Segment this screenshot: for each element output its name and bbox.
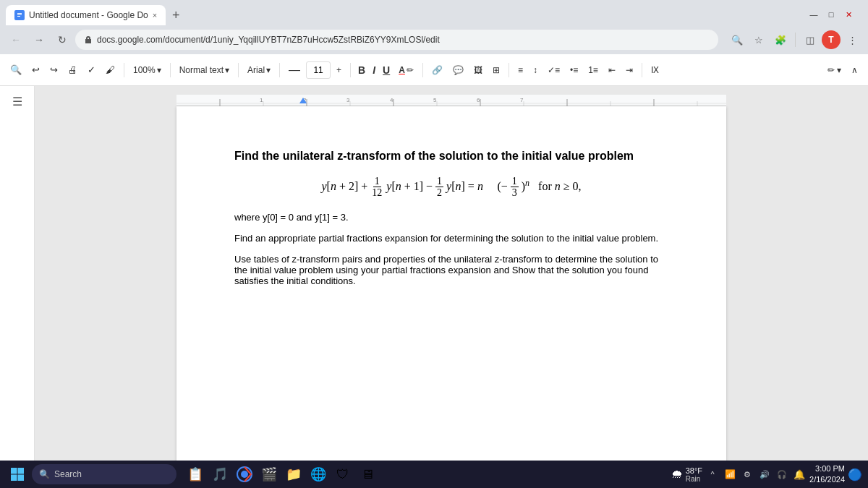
bookmark-btn[interactable]: ☆ [749, 30, 769, 50]
weather-widget[interactable]: 🌧 38°F Rain [671, 466, 702, 483]
sound-settings-icon[interactable]: ⚙ [740, 467, 754, 481]
text-color-label: A [399, 65, 405, 75]
line-spacing-btn[interactable]: ↕ [529, 60, 542, 80]
taskbar-browser-app[interactable]: 🌐 [308, 464, 328, 484]
insert-image-btn[interactable]: 🖼 [469, 60, 487, 80]
notification-icon[interactable]: 🔔 [792, 467, 807, 481]
sep4 [279, 63, 280, 77]
zoom-dropdown-icon: ▾ [157, 65, 161, 75]
refresh-button[interactable]: ↻ [52, 30, 72, 50]
bold-btn[interactable]: B [355, 60, 368, 80]
svg-rect-28 [18, 475, 25, 481]
minimize-button[interactable]: — [806, 7, 822, 22]
insert-table-btn[interactable]: ⊞ [488, 60, 504, 80]
clock-date: 2/16/2024 [809, 474, 845, 485]
svg-text:1: 1 [260, 97, 263, 103]
sep5 [350, 63, 351, 77]
browser-chrome: Untitled document - Google Do × + — □ ✕ … [0, 0, 868, 54]
svg-point-30 [241, 471, 248, 478]
outline-icon[interactable]: ☰ [12, 95, 22, 108]
tab-close-btn[interactable]: × [153, 11, 157, 20]
expand-toolbar-btn[interactable]: ∧ [847, 60, 862, 80]
font-size-minus-btn[interactable]: — [284, 60, 305, 80]
back-button[interactable]: ← [6, 30, 26, 50]
extension-btn[interactable]: 🧩 [770, 30, 791, 50]
font-size-plus-btn[interactable]: + [332, 60, 346, 80]
search-icon-btn[interactable]: 🔍 [727, 30, 747, 50]
taskbar-docs-app[interactable]: 📋 [185, 464, 205, 484]
close-button[interactable]: ✕ [841, 7, 856, 22]
sep3 [238, 63, 239, 77]
decrease-indent-btn[interactable]: ⇤ [604, 60, 620, 80]
clear-formatting-btn[interactable]: Ⅸ [647, 60, 663, 80]
text-color-btn[interactable]: A ✏ [394, 60, 418, 80]
edit-mode-btn[interactable]: ✏ ▾ [823, 60, 846, 80]
undo-btn[interactable]: ↩ [27, 60, 44, 80]
menu-btn[interactable]: ⋮ [842, 30, 862, 50]
document-page[interactable]: Find the unilateral z-transform of the s… [176, 106, 726, 461]
align-btn[interactable]: ≡ [514, 60, 527, 80]
active-tab[interactable]: Untitled document - Google Do × [6, 5, 166, 25]
text-style-selector[interactable]: Normal text ▾ [175, 60, 234, 80]
weather-info: 38°F Rain [686, 466, 702, 483]
expand-tray-icon[interactable]: ^ [705, 467, 720, 481]
docs-favicon [14, 10, 25, 20]
maximize-button[interactable]: □ [823, 7, 839, 22]
svg-rect-26 [18, 468, 25, 474]
network-icon[interactable]: 📶 [723, 467, 737, 481]
document-scroll-area[interactable]: 1 2 3 4 5 6 7 Find the unilateral z-tran… [35, 86, 868, 461]
ztransform-para[interactable]: Use tables of z-transform pairs and prop… [234, 254, 668, 286]
text-style-dropdown-icon: ▾ [225, 65, 229, 75]
taskbar-search[interactable]: 🔍 Search [32, 464, 176, 484]
bullet-list-btn[interactable]: •≡ [566, 60, 582, 80]
font-selector[interactable]: Arial ▾ [243, 60, 275, 80]
new-tab-button[interactable]: + [166, 5, 186, 25]
print-btn[interactable]: 🖨 [64, 60, 82, 80]
spellcheck-btn[interactable]: ✓ [83, 60, 100, 80]
svg-text:6: 6 [477, 97, 480, 103]
paintformat-btn[interactable]: 🖌 [101, 60, 119, 80]
zoom-value: 100% [133, 65, 156, 75]
notification-center-icon[interactable]: 🔵 [848, 467, 862, 481]
insert-link-btn[interactable]: 🔗 [427, 60, 447, 80]
start-button[interactable] [6, 463, 29, 486]
underline-btn[interactable]: U [380, 60, 393, 80]
increase-indent-btn[interactable]: ⇥ [621, 60, 637, 80]
clock-time: 3:00 PM [809, 463, 845, 474]
lock-icon [84, 35, 93, 44]
partial-fractions-para[interactable]: Find an appropriate partial fractions ex… [234, 233, 668, 244]
svg-rect-2 [17, 14, 22, 15]
insert-comment-btn[interactable]: 💬 [448, 60, 468, 80]
audio-output-icon[interactable]: 🎧 [775, 467, 789, 481]
taskbar-display-app[interactable]: 🖥 [357, 464, 378, 484]
taskbar: 🔍 Search 📋 🎵 🎬 📁 🌐 🛡 🖥 🌧 38°F Rain ^ 📶 [0, 461, 868, 488]
windows-logo-icon [10, 467, 25, 481]
font-size-input[interactable]: 11 [306, 61, 331, 79]
profile-button[interactable]: T [822, 30, 841, 49]
taskbar-security-app[interactable]: 🛡 [333, 464, 353, 484]
taskbar-files-app[interactable]: 📁 [284, 464, 304, 484]
window-controls: — □ ✕ [806, 7, 862, 25]
url-bar[interactable]: docs.google.com/document/d/1uniy_YqqillU… [75, 30, 718, 50]
zoom-selector[interactable]: 100% ▾ [129, 60, 166, 80]
time-display[interactable]: 3:00 PM 2/16/2024 [809, 463, 845, 486]
taskbar-media-app[interactable]: 🎵 [210, 464, 230, 484]
taskbar-left: 🔍 Search [6, 463, 176, 486]
taskbar-chrome-app[interactable] [234, 464, 255, 484]
side-panel-btn[interactable]: ◫ [800, 30, 820, 50]
numbered-list-btn[interactable]: 1≡ [584, 60, 603, 80]
font-dropdown-icon: ▾ [266, 65, 271, 75]
sep8 [642, 63, 642, 77]
browser-toolbar-right: 🔍 ☆ 🧩 ◫ T ⋮ [727, 30, 862, 50]
taskbar-video-app[interactable]: 🎬 [259, 464, 279, 484]
text-color-pen-icon: ✏ [407, 65, 414, 75]
search-docs-btn[interactable]: 🔍 [6, 60, 26, 80]
svg-text:5: 5 [433, 97, 437, 103]
sep7 [509, 63, 509, 77]
tab-bar: Untitled document - Google Do × + — □ ✕ [0, 0, 868, 25]
forward-button[interactable]: → [29, 30, 49, 50]
volume-icon[interactable]: 🔊 [757, 467, 772, 481]
checklist-btn[interactable]: ✓≡ [543, 60, 564, 80]
redo-btn[interactable]: ↪ [46, 60, 62, 80]
italic-btn[interactable]: I [370, 60, 378, 80]
